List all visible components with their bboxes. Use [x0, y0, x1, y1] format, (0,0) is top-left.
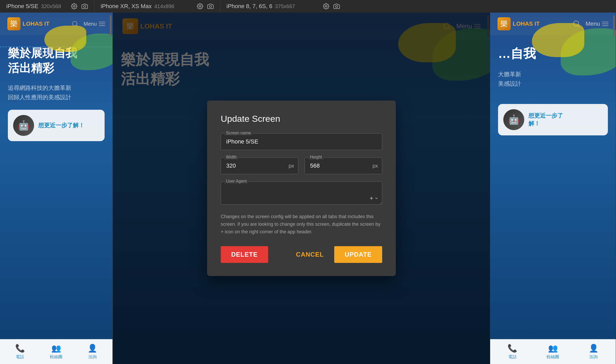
screen-name-label: Screen name — [224, 131, 252, 135]
hero-subtitle-1: 追尋網路科技的大膽革新 回歸人性應用的美感設計 — [8, 83, 105, 102]
nav-menu-3[interactable]: Menu — [586, 20, 608, 27]
panel-3: 樂 LOHAS IT Menu — [490, 13, 616, 364]
bottom-nav-label-2: 洽詢 — [88, 354, 97, 360]
bottom-nav-item-3-2[interactable]: 👤 洽詢 — [589, 344, 598, 360]
bottom-nav-label-1: 粉絲團 — [50, 354, 62, 360]
device-tab-3[interactable]: iPhone 8, 7, 6S, 6 375x667 — [220, 0, 346, 13]
cancel-button[interactable]: CANCEL — [288, 246, 332, 263]
camera-icon-3[interactable] — [333, 3, 340, 9]
user-agent-add-button[interactable]: + — [370, 195, 379, 202]
logo-icon-3: 樂 — [498, 17, 511, 30]
device-tab-2[interactable]: iPhone XR, XS Max 414x896 — [94, 0, 220, 13]
logo-icon-1: 樂 — [7, 17, 20, 30]
device-icons-3 — [323, 3, 340, 9]
user-agent-label: User Agent — [224, 179, 248, 184]
delete-button[interactable]: DELETE — [221, 246, 268, 263]
height-field: Height px — [305, 157, 382, 174]
phone-icon-3: 📞 — [507, 344, 517, 353]
device-size-3: 375x667 — [275, 3, 295, 9]
height-input[interactable] — [305, 157, 382, 174]
chevron-down-icon — [374, 196, 379, 200]
svg-point-4 — [325, 5, 327, 7]
camera-icon-2[interactable] — [207, 3, 214, 9]
device-size-2: 414x896 — [154, 3, 174, 9]
gear-icon-3[interactable] — [323, 3, 329, 9]
blob-yellow-1 — [44, 26, 86, 52]
width-input[interactable] — [221, 157, 298, 174]
device-name-1: iPhone 5/SE — [6, 3, 38, 10]
bottom-nav-item-2[interactable]: 👤 洽詢 — [88, 344, 97, 360]
width-field: Width px — [221, 157, 298, 174]
screen-name-input[interactable] — [221, 133, 382, 150]
fans-icon-1: 👥 — [51, 344, 61, 353]
dimensions-row: Width px Height px — [221, 157, 382, 174]
camera-icon-1[interactable] — [82, 3, 88, 9]
bottom-nav-label-3-2: 洽詢 — [589, 354, 598, 360]
width-label: Width — [224, 155, 238, 159]
modal-info-text: Changes on the screen config will be app… — [221, 213, 382, 235]
bottom-nav-3: 📞 電話 👥 粉絲團 👤 洽詢 — [490, 339, 616, 364]
device-icons-1 — [71, 3, 88, 9]
bottom-nav-label-0: 電話 — [16, 354, 24, 360]
bottom-nav-item-3-0[interactable]: 📞 電話 — [507, 344, 517, 360]
bottom-nav-item-3-1[interactable]: 👥 粉絲團 — [547, 344, 559, 360]
panel-2: 樂 LOHAS IT Menu — [113, 13, 490, 364]
svg-point-5 — [336, 5, 338, 8]
bottom-nav-label-3-1: 粉絲團 — [547, 354, 559, 360]
robot-card-3: 🤖 想更近一步了解！ — [498, 104, 608, 135]
user-agent-field: User Agent + — [221, 181, 382, 206]
top-bar: iPhone 5/SE 320x568 iPhone XR, XS Max 41… — [0, 0, 616, 13]
modal-overlay: Update Screen Screen name Width px Heigh… — [113, 13, 490, 364]
bottom-nav-item-1[interactable]: 👥 粉絲團 — [50, 344, 62, 360]
modal-actions: DELETE CANCEL UPDATE — [221, 246, 382, 263]
robot-text-1: 想更近一步了解！ — [38, 122, 84, 129]
gear-icon-1[interactable] — [71, 3, 77, 9]
hamburger-3[interactable] — [602, 22, 608, 26]
phone-icon-1: 📞 — [15, 344, 25, 353]
modal-right-actions: CANCEL UPDATE — [288, 246, 382, 263]
svg-point-6 — [72, 21, 77, 26]
bottom-nav-item-0[interactable]: 📞 電話 — [15, 344, 25, 360]
update-screen-modal: Update Screen Screen name Width px Heigh… — [207, 101, 396, 276]
robot-img-1: 🤖 — [13, 115, 34, 136]
height-label: Height — [308, 155, 323, 159]
robot-img-3: 🤖 — [503, 109, 524, 130]
website-preview-1: 樂 LOHAS IT Menu — [0, 13, 112, 364]
panels-container: 樂 LOHAS IT Menu — [0, 13, 616, 364]
fans-icon-3: 👥 — [548, 344, 558, 353]
logo-text-1: LOHAS IT — [23, 20, 50, 27]
scrollbar-1[interactable] — [110, 15, 111, 36]
update-button[interactable]: UPDATE — [334, 246, 382, 263]
website-preview-3: 樂 LOHAS IT Menu — [490, 13, 616, 364]
device-icons-2 — [197, 3, 214, 9]
logo-area-3: 樂 LOHAS IT — [498, 17, 540, 30]
bottom-nav-label-3-0: 電話 — [508, 354, 517, 360]
logo-text-3: LOHAS IT — [513, 20, 540, 27]
svg-point-3 — [209, 5, 212, 8]
device-name-3: iPhone 8, 7, 6S, 6 — [226, 3, 272, 10]
robot-text-3: 想更近一步了解！ — [528, 112, 563, 128]
user-agent-input[interactable] — [221, 181, 382, 205]
robot-card-1: 🤖 想更近一步了解！ — [8, 110, 105, 141]
device-size-1: 320x568 — [41, 3, 61, 9]
scrollbar-3[interactable] — [613, 15, 615, 36]
panel-1: 樂 LOHAS IT Menu — [0, 13, 113, 364]
bottom-nav-1: 📞 電話 👥 粉絲團 👤 洽詢 — [0, 339, 112, 364]
consult-icon-1: 👤 — [88, 344, 97, 353]
device-name-2: iPhone XR, XS Max — [101, 3, 152, 10]
nav-menu-1[interactable]: Menu — [84, 21, 105, 27]
logo-area-1: 樂 LOHAS IT — [7, 17, 50, 30]
hamburger-1[interactable] — [99, 22, 105, 26]
screen-name-field: Screen name — [221, 133, 382, 150]
svg-point-1 — [84, 5, 86, 8]
modal-title: Update Screen — [221, 114, 382, 124]
svg-point-2 — [199, 5, 201, 7]
device-tab-1[interactable]: iPhone 5/SE 320x568 — [0, 0, 94, 13]
svg-point-0 — [73, 5, 75, 7]
gear-icon-2[interactable] — [197, 3, 203, 9]
consult-icon-3: 👤 — [589, 344, 598, 353]
